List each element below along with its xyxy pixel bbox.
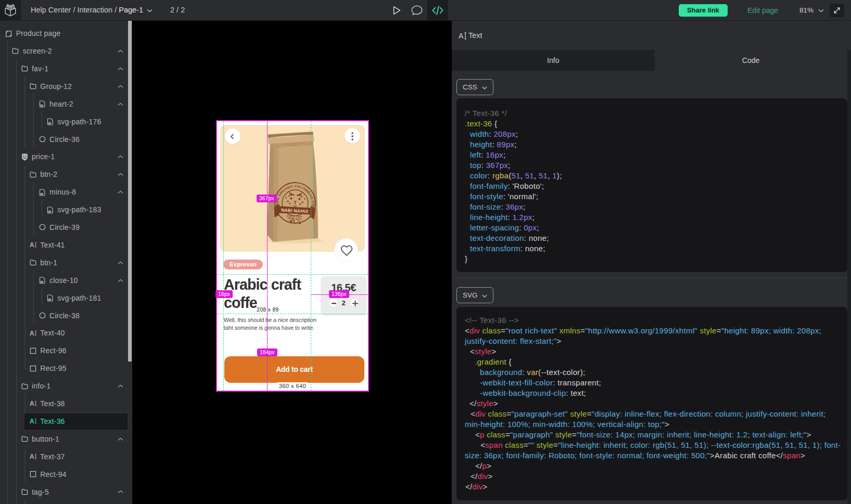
- svg-text:A: A: [30, 400, 34, 407]
- svg-text:A: A: [30, 330, 34, 337]
- svg-text:A: A: [30, 418, 34, 424]
- svg-text:A: A: [30, 241, 34, 248]
- svg-text:A: A: [30, 453, 34, 460]
- svg-text:A: A: [459, 32, 464, 40]
